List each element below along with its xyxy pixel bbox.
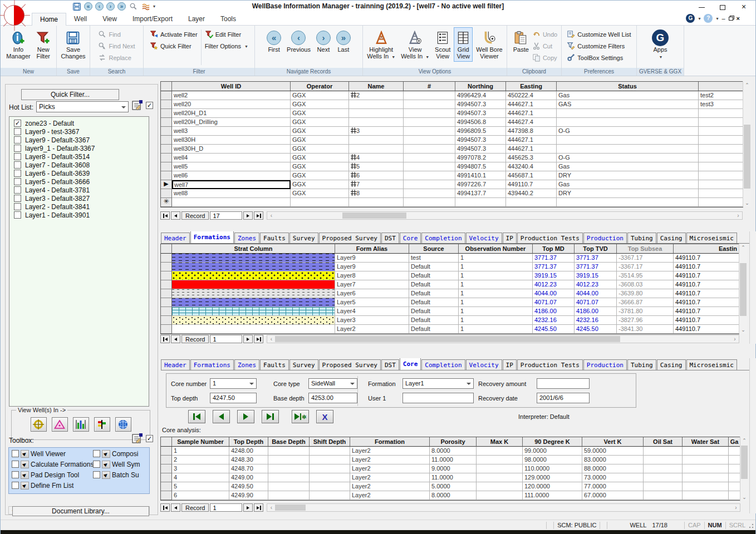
- replace-button[interactable]: Replace: [98, 53, 135, 63]
- table-cell[interactable]: 4249.50: [229, 482, 268, 491]
- tab-header[interactable]: Header: [161, 359, 190, 370]
- row-selector[interactable]: [161, 289, 172, 298]
- table-cell[interactable]: [644, 473, 683, 482]
- table-cell[interactable]: [699, 145, 743, 154]
- table-cell[interactable]: 4071.07: [575, 298, 617, 307]
- row-selector[interactable]: [161, 189, 172, 198]
- table-cell[interactable]: 447398.8: [506, 127, 557, 136]
- table-cell[interactable]: 4186.00: [575, 307, 617, 316]
- table-cell[interactable]: 449110.7: [674, 316, 739, 325]
- toolbox-item[interactable]: ▶Batch Su: [93, 470, 150, 479]
- record-first-button[interactable]: [188, 410, 205, 423]
- table-cell[interactable]: 4996809.5: [455, 127, 506, 136]
- activate-filter-button[interactable]: Activate Filter: [150, 29, 198, 39]
- customize-well-list-button[interactable]: Customize Well List: [567, 29, 631, 39]
- launch-arrow-icon[interactable]: ▶: [102, 450, 110, 458]
- row-selector[interactable]: [161, 145, 172, 154]
- table-cell[interactable]: well5: [172, 162, 291, 171]
- row-selector[interactable]: [161, 447, 172, 456]
- table-cell[interactable]: Default: [409, 271, 459, 280]
- scroll-left-icon[interactable]: ‹: [267, 212, 275, 219]
- table-cell[interactable]: GGX: [291, 180, 349, 189]
- list-item[interactable]: Layer5 - Default-3666: [9, 177, 149, 186]
- table-cell[interactable]: 445687.1: [506, 171, 557, 180]
- table-cell[interactable]: [268, 491, 310, 500]
- copy-button[interactable]: Copy: [532, 53, 557, 63]
- table-cell[interactable]: [644, 491, 683, 500]
- table-cell[interactable]: 1: [459, 263, 533, 271]
- recovery-amount-input[interactable]: [537, 378, 590, 389]
- table-cell[interactable]: 6: [172, 491, 229, 500]
- bar-chart-icon[interactable]: [73, 417, 89, 432]
- table-cell[interactable]: 4044.00: [575, 289, 617, 298]
- triangle-warning-icon[interactable]: [52, 417, 68, 432]
- document-library-button[interactable]: Document Library...: [12, 506, 149, 516]
- table-cell[interactable]: Default: [409, 325, 459, 334]
- checkbox[interactable]: [14, 170, 21, 177]
- table-cell[interactable]: [310, 464, 350, 473]
- record-number-input[interactable]: [210, 335, 242, 343]
- row-selector[interactable]: [161, 100, 172, 109]
- last-button[interactable]: »Last: [334, 27, 353, 55]
- table-cell[interactable]: 4994137.7: [455, 189, 506, 198]
- table-cell[interactable]: GGX: [291, 145, 349, 154]
- table-cell[interactable]: 8: [349, 189, 404, 198]
- table-cell[interactable]: 444627.1: [506, 145, 557, 154]
- table-cell[interactable]: well30H: [172, 136, 291, 145]
- tab-production[interactable]: Production: [583, 359, 627, 370]
- table-cell[interactable]: 4994507.3: [455, 136, 506, 145]
- tab-casing[interactable]: Casing: [657, 233, 686, 243]
- table-cell[interactable]: Default: [409, 280, 459, 289]
- tab-microseismic[interactable]: Microseismic: [686, 359, 737, 370]
- scout-view-button[interactable]: ScoutView: [433, 27, 453, 62]
- table-cell[interactable]: [699, 180, 743, 189]
- table-cell[interactable]: [349, 145, 404, 154]
- record-first-button[interactable]: [160, 503, 170, 512]
- launch-arrow-icon[interactable]: ▶: [102, 471, 110, 479]
- table-cell[interactable]: GAS: [557, 100, 699, 109]
- table-cell[interactable]: well7: [172, 180, 291, 189]
- table-cell[interactable]: [644, 464, 683, 473]
- tab-velocity[interactable]: Velocity: [466, 233, 502, 243]
- table-cell[interactable]: GGX: [291, 162, 349, 171]
- table-cell[interactable]: 4012.23: [533, 280, 575, 289]
- row-selector[interactable]: [161, 162, 172, 171]
- table-cell[interactable]: 443240.4: [506, 162, 557, 171]
- table-cell[interactable]: [729, 473, 740, 482]
- core-outer-scrollbar[interactable]: [749, 358, 756, 513]
- table-cell[interactable]: 4994807.5: [455, 162, 506, 171]
- table-cell[interactable]: [699, 198, 743, 207]
- table-cell[interactable]: GGX: [291, 118, 349, 127]
- table-cell[interactable]: Default: [409, 316, 459, 325]
- new-filter-button[interactable]: NewFilter: [34, 27, 53, 62]
- table-cell[interactable]: 4249.90: [229, 491, 268, 500]
- tab-production[interactable]: Production: [583, 233, 627, 243]
- table-cell[interactable]: 4232.16: [533, 316, 575, 325]
- table-cell[interactable]: 4996429.4: [455, 91, 506, 100]
- help-menu-caret-icon[interactable]: ▾: [716, 16, 718, 21]
- toolbox-item[interactable]: ▶Well Viewer: [12, 449, 90, 458]
- scroll-up-icon[interactable]: ⌃: [740, 437, 748, 444]
- table-cell[interactable]: [268, 464, 310, 473]
- table-cell[interactable]: well20: [172, 100, 291, 109]
- strat-column-swatch[interactable]: [172, 280, 335, 289]
- core-number-select[interactable]: 1: [210, 378, 257, 389]
- record-delete-button[interactable]: X: [316, 410, 333, 423]
- table-row[interactable]: 34248.70Layer29.0000110.000088.0000: [161, 464, 740, 473]
- row-selector[interactable]: ▶: [161, 180, 172, 189]
- table-cell[interactable]: well8: [172, 189, 291, 198]
- table-cell[interactable]: [644, 482, 683, 491]
- table-cell[interactable]: [291, 198, 349, 207]
- table-cell[interactable]: 11.0000: [430, 456, 477, 464]
- base-depth-input[interactable]: 4253.00: [308, 393, 357, 403]
- record-new-button[interactable]: ✲: [292, 410, 309, 423]
- record-prev-button[interactable]: [171, 335, 180, 343]
- list-item[interactable]: Layer9 - Default-3367: [9, 136, 149, 144]
- info-manager-button[interactable]: InfoManager: [4, 27, 32, 62]
- table-cell[interactable]: 4994507.3: [455, 100, 506, 109]
- close-button[interactable]: ×: [734, 1, 753, 13]
- scroll-up-icon[interactable]: ⌃: [739, 244, 747, 251]
- table-cell[interactable]: Gas: [557, 91, 699, 100]
- formations-vscrollbar[interactable]: ⌃ ⌄: [739, 244, 747, 334]
- table-cell[interactable]: [172, 198, 291, 207]
